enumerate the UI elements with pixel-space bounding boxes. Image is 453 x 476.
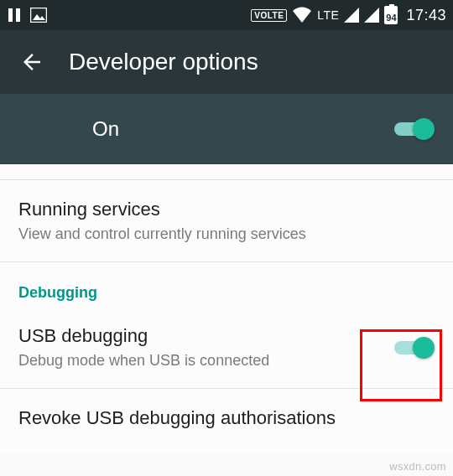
master-toggle-row[interactable]: On xyxy=(0,94,453,164)
svg-marker-4 xyxy=(344,8,359,23)
master-toggle-switch[interactable] xyxy=(394,117,435,141)
svg-rect-0 xyxy=(8,8,13,22)
watermark: wsxdn.com xyxy=(389,460,446,473)
network-label: LTE xyxy=(317,8,339,22)
item-subtitle: View and control currently running servi… xyxy=(18,225,435,243)
cutoff-item: Allow the bootloader to be unlocked xyxy=(0,164,453,179)
signal-icon-1 xyxy=(344,8,359,23)
section-header-debugging: Debugging xyxy=(0,262,453,307)
usb-debugging-switch[interactable] xyxy=(394,336,435,360)
page-title: Developer options xyxy=(69,49,258,75)
usb-debugging-item[interactable]: USB debugging Debug mode when USB is con… xyxy=(0,307,453,388)
svg-marker-3 xyxy=(33,14,45,20)
status-bar: VOLTE LTE 94 17:43 xyxy=(0,0,453,30)
image-icon xyxy=(30,8,47,23)
battery-level: 94 xyxy=(386,13,396,23)
svg-rect-1 xyxy=(16,8,20,22)
svg-marker-5 xyxy=(364,8,379,23)
master-toggle-label: On xyxy=(92,117,119,141)
signal-icon-2 xyxy=(364,8,379,23)
arrow-back-icon xyxy=(19,49,44,75)
item-title: Running services xyxy=(18,199,435,220)
item-title: Revoke USB debugging authorisations xyxy=(18,407,435,429)
settings-list: Allow the bootloader to be unlocked Runn… xyxy=(0,164,453,453)
back-button[interactable] xyxy=(15,45,49,79)
wifi-icon xyxy=(292,7,312,23)
clock: 17:43 xyxy=(406,7,446,24)
pause-icon xyxy=(7,8,22,23)
volte-badge: VOLTE xyxy=(251,9,287,22)
running-services-item[interactable]: Running services View and control curren… xyxy=(0,180,453,261)
item-subtitle: Debug mode when USB is connected xyxy=(18,352,394,370)
app-bar: Developer options xyxy=(0,30,453,94)
item-title: USB debugging xyxy=(18,325,394,347)
battery-icon: 94 xyxy=(384,6,398,24)
revoke-auth-item[interactable]: Revoke USB debugging authorisations xyxy=(0,389,453,453)
